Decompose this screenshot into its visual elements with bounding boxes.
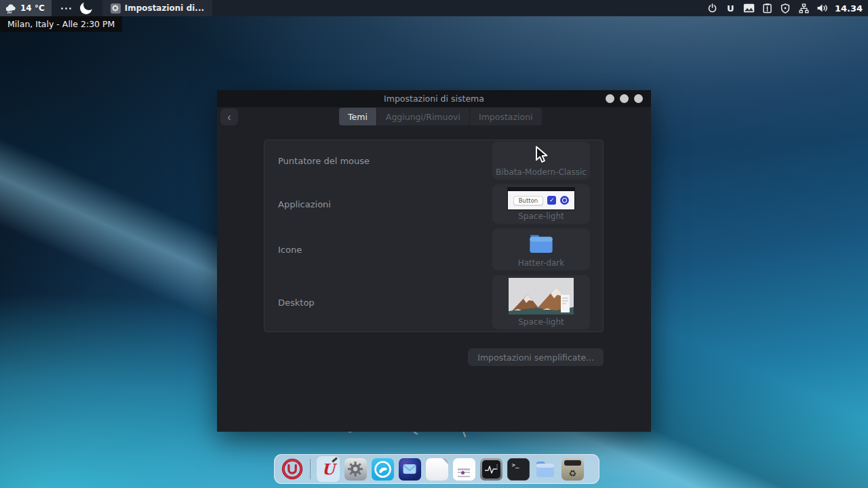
desktop-theme-name: Space-light	[518, 317, 564, 327]
row-applications: Applicazioni Button ✓ Space-light	[278, 184, 590, 224]
window-controls	[606, 90, 643, 107]
weather-temp: 14 °C	[20, 3, 45, 13]
mini-checkbox-icon: ✓	[547, 196, 556, 205]
terminal-icon: >_	[507, 458, 530, 481]
trash-icon: ♻	[561, 458, 584, 481]
network-icon[interactable]	[798, 3, 810, 14]
panel-overflow-menu[interactable]	[61, 7, 71, 9]
system-tray: U	[707, 3, 868, 14]
row-label: Desktop	[278, 298, 315, 308]
window-title: Impostazioni di sistema	[384, 94, 484, 104]
window-button-maximize[interactable]	[620, 94, 629, 103]
cursor-theme-tile[interactable]: Bibata-Modern-Classic	[492, 142, 590, 180]
row-desktop: Desktop Space-light	[278, 275, 590, 329]
unity-ring-icon	[281, 457, 304, 481]
dock-item-trash[interactable]: ♻	[561, 456, 584, 482]
mini-radio-icon	[560, 196, 569, 205]
blue-folder-icon	[527, 231, 555, 256]
window-button-close[interactable]	[634, 94, 643, 103]
cursor-theme-name: Bibata-Modern-Classic	[496, 167, 587, 177]
mini-window: Button ✓	[507, 187, 575, 210]
weather-tooltip: Milan, Italy - Alle 2:30 PM	[0, 16, 122, 32]
dock-item-unity-launcher[interactable]	[281, 456, 304, 482]
panel-window-tab-label: Impostazioni di...	[125, 3, 204, 13]
system-monitor-icon	[480, 458, 502, 481]
files-folder-icon	[534, 460, 556, 479]
widget-preview: Button ✓	[507, 184, 575, 211]
titlebar[interactable]: Impostazioni di sistema	[217, 90, 651, 107]
panel-left-cluster: 14 °C Impostazioni di...	[0, 0, 212, 16]
dock-item-browser[interactable]	[371, 456, 394, 482]
wallpaper-thumbnail	[509, 275, 574, 317]
cursor-preview	[535, 142, 548, 167]
weather-applet[interactable]: 14 °C	[0, 0, 52, 16]
tabbar: Temi Aggiungi/Rimuovi Impostazioni	[339, 108, 542, 125]
settings-window: Impostazioni di sistema ‹ Temi Aggiungi/…	[217, 90, 651, 432]
dock-item-settings[interactable]	[344, 456, 367, 482]
back-button[interactable]: ‹	[220, 108, 238, 125]
panel-window-tab-settings[interactable]: Impostazioni di...	[102, 0, 212, 16]
clock[interactable]: 14.34	[835, 3, 863, 14]
dock: U	[274, 454, 599, 484]
icon-theme-name: Hatter-dark	[518, 258, 565, 268]
window-button-minimize[interactable]	[606, 94, 614, 103]
power-icon[interactable]	[707, 3, 718, 14]
row-mouse-pointer: Puntatore del mouse Bibata-Modern-Classi…	[278, 142, 590, 180]
dock-separator	[310, 459, 311, 479]
tab-temi[interactable]: Temi	[339, 108, 376, 125]
u-writer-icon: U	[321, 460, 334, 478]
row-label: Puntatore del mouse	[278, 156, 370, 166]
volume-icon[interactable]	[816, 3, 828, 14]
gear-icon	[344, 458, 367, 481]
wolf-browser-icon	[372, 458, 394, 481]
row-label: Icone	[278, 245, 302, 255]
folder-preview	[527, 228, 555, 258]
dock-item-files[interactable]	[534, 456, 557, 482]
settings-gear-icon	[111, 3, 121, 14]
wallpaper-indicator-icon[interactable]	[743, 3, 755, 14]
dock-item-u-writer[interactable]: U	[317, 456, 340, 482]
mini-button: Button	[513, 196, 543, 205]
cursor-arrow-icon	[535, 146, 548, 163]
calendar-icon	[453, 458, 475, 481]
weather-tooltip-text: Milan, Italy - Alle 2:30 PM	[7, 19, 115, 29]
desktop-theme-tile[interactable]: Space-light	[492, 275, 590, 329]
package-update-icon[interactable]	[762, 3, 773, 14]
document-page-icon	[426, 458, 448, 481]
dock-item-calendar[interactable]	[452, 456, 475, 482]
row-icons: Icone Hatter-dark	[278, 228, 590, 270]
unity-indicator-icon[interactable]: U	[725, 3, 736, 14]
night-light-moon-icon[interactable]	[79, 1, 93, 15]
dock-item-terminal[interactable]: >_	[507, 456, 530, 482]
tab-impostazioni[interactable]: Impostazioni	[470, 108, 542, 125]
gtk-theme-tile[interactable]: Button ✓ Space-light	[492, 184, 590, 224]
dock-item-system-monitor[interactable]	[479, 456, 502, 482]
mountain-wallpaper-thumb	[509, 278, 574, 314]
top-panel: 14 °C Impostazioni di...	[0, 0, 868, 16]
row-label: Applicazioni	[278, 199, 331, 209]
simplified-settings-button[interactable]: Impostazioni semplificate...	[468, 348, 604, 366]
thunderbird-mail-icon	[399, 458, 421, 481]
dock-item-mail[interactable]	[398, 456, 421, 482]
security-shield-icon[interactable]	[780, 3, 791, 14]
dock-item-text-editor[interactable]	[425, 456, 448, 482]
themes-card: Puntatore del mouse Bibata-Modern-Classi…	[264, 140, 604, 332]
icon-theme-tile[interactable]: Hatter-dark	[492, 228, 590, 270]
tab-aggiungi-rimuovi[interactable]: Aggiungi/Rimuovi	[377, 108, 469, 125]
gtk-theme-name: Space-light	[518, 211, 564, 221]
rain-cloud-icon	[5, 3, 17, 14]
